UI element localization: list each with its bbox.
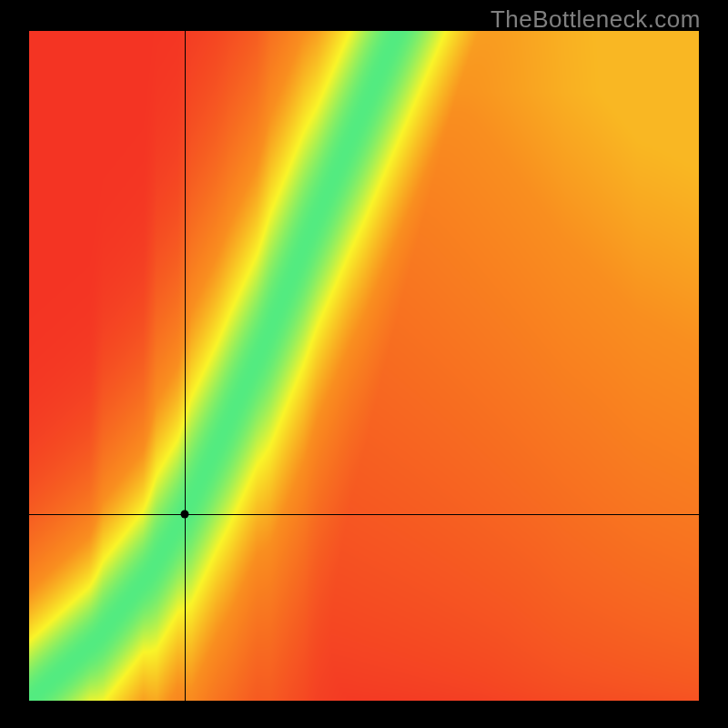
crosshair-vertical: [185, 31, 187, 701]
crosshair-point: [180, 510, 188, 518]
heatmap-canvas: [29, 31, 699, 701]
heatmap-plot: [29, 31, 699, 701]
watermark-text: TheBottleneck.com: [490, 5, 701, 34]
chart-container: TheBottleneck.com: [0, 0, 728, 728]
crosshair-horizontal: [29, 514, 699, 516]
